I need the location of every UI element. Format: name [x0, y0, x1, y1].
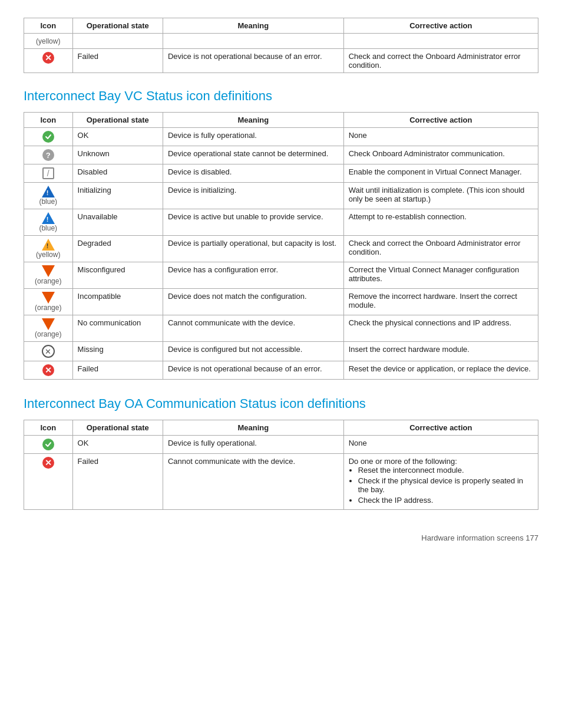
nocomm-orange-icon: (orange): [35, 318, 61, 338]
failed-icon: ✕: [42, 52, 54, 64]
oa-section-heading: Interconnect Bay OA Communication Status…: [24, 396, 538, 411]
table-row: / Disabled Device is disabled. Enable th…: [24, 164, 538, 183]
incompat-orange-icon: (orange): [35, 292, 61, 312]
blue-label: (blue): [39, 224, 57, 232]
icon-cell: [24, 436, 73, 454]
bullet-list: Reset the interconnect module.Check if t…: [349, 466, 533, 505]
vc-col-corrective: Corrective action: [343, 113, 538, 128]
op-state-cell: OK: [72, 128, 163, 146]
col-meaning: Meaning: [163, 18, 343, 34]
icon-cell: ✕: [24, 361, 73, 380]
meaning-cell: Cannot communicate with the device.: [163, 454, 343, 510]
corrective-cell: Do one or more of the following:Reset th…: [343, 454, 538, 510]
yellow-label: (yellow): [36, 251, 60, 259]
icon-cell: ! (blue): [24, 209, 73, 236]
meaning-cell: Device is fully operational.: [163, 128, 343, 146]
corrective-cell: [343, 34, 538, 49]
table-row: ✕ Failed Device is not operational becau…: [24, 361, 538, 380]
orange-label: (orange): [35, 304, 61, 312]
meaning-cell: Device is disabled.: [163, 164, 343, 183]
top-table: Icon Operational state Meaning Correctiv…: [24, 18, 538, 73]
yellow-label: (yellow): [36, 37, 60, 45]
vc-table: Icon Operational state Meaning Correctiv…: [24, 112, 538, 380]
table-row: (orange) No communication Cannot communi…: [24, 315, 538, 342]
oa-col-corrective: Corrective action: [343, 420, 538, 436]
op-state-cell: Misconfigured: [72, 262, 163, 289]
op-state-cell: OK: [72, 436, 163, 454]
op-state-cell: Failed: [72, 49, 163, 73]
op-state-cell: Unavailable: [72, 209, 163, 236]
table-row: ! (blue) Initializing Device is initiali…: [24, 183, 538, 209]
unknown-icon: ?: [42, 149, 54, 161]
op-state-cell: Missing: [72, 342, 163, 361]
col-op-state: Operational state: [72, 18, 163, 34]
corrective-cell: Check the physical connections and IP ad…: [343, 315, 538, 342]
icon-cell: [24, 128, 73, 146]
meaning-cell: Cannot communicate with the device.: [163, 315, 343, 342]
table-row: (yellow): [24, 34, 538, 49]
table-row: ✕ Failed Cannot communicate with the dev…: [24, 454, 538, 510]
op-state-cell: No communication: [72, 315, 163, 342]
corrective-cell: Check and correct the Onboard Administra…: [343, 49, 538, 73]
corrective-text: None: [349, 439, 367, 447]
page-footer: Hardware information screens 177: [24, 533, 538, 542]
failed-icon: ✕: [42, 457, 54, 469]
icon-cell: ! (blue): [24, 183, 73, 209]
corrective-cell: Check Onboard Administrator communicatio…: [343, 146, 538, 164]
list-item: Check if the physical device is properly…: [358, 476, 533, 494]
icon-cell: ✕: [24, 454, 73, 510]
meaning-cell: Device is not operational because of an …: [163, 361, 343, 380]
corrective-cell: Attempt to re-establish connection.: [343, 209, 538, 236]
misconfig-orange-icon: (orange): [35, 265, 61, 285]
meaning-cell: Device is configured but not accessible.: [163, 342, 343, 361]
corrective-cell: Check and correct the Onboard Administra…: [343, 236, 538, 262]
table-row: OK Device is fully operational. None: [24, 128, 538, 146]
op-state-cell: Disabled: [72, 164, 163, 183]
corrective-cell: Insert the correct hardware module.: [343, 342, 538, 361]
oa-col-op-state: Operational state: [72, 420, 163, 436]
icon-cell: (yellow): [24, 34, 73, 49]
table-row: ? Unknown Device operational state canno…: [24, 146, 538, 164]
disabled-icon: /: [42, 167, 54, 179]
icon-cell: (orange): [24, 315, 73, 342]
col-icon: Icon: [24, 18, 73, 34]
icon-cell: ✕: [24, 342, 73, 361]
meaning-cell: Device is partially operational, but cap…: [163, 236, 343, 262]
oa-col-icon: Icon: [24, 420, 73, 436]
icon-cell: ?: [24, 146, 73, 164]
corrective-text: Do one or more of the following:: [349, 457, 457, 466]
op-state-cell: [72, 34, 163, 49]
missing-icon: ✕: [42, 345, 55, 358]
corrective-cell: Reset the device or application, or repl…: [343, 361, 538, 380]
meaning-cell: Device is initializing.: [163, 183, 343, 209]
corrective-cell: Wait until initialization is complete. (…: [343, 183, 538, 209]
meaning-cell: Device has a configuration error.: [163, 262, 343, 289]
icon-cell: (orange): [24, 289, 73, 315]
op-state-cell: Failed: [72, 454, 163, 510]
oa-col-meaning: Meaning: [163, 420, 343, 436]
op-state-cell: Failed: [72, 361, 163, 380]
oa-table: Icon Operational state Meaning Correctiv…: [24, 420, 538, 510]
meaning-cell: [163, 34, 343, 49]
icon-cell: /: [24, 164, 73, 183]
unavail-blue-icon: ! (blue): [39, 212, 57, 232]
corrective-cell: Remove the incorrect hardware. Insert th…: [343, 289, 538, 315]
failed-icon: ✕: [42, 364, 54, 376]
table-row: ✕ Missing Device is configured but not a…: [24, 342, 538, 361]
vc-col-icon: Icon: [24, 113, 73, 128]
op-state-cell: Degraded: [72, 236, 163, 262]
ok-icon: [42, 439, 54, 450]
degraded-yellow-icon: ! (yellow): [36, 239, 60, 259]
col-corrective: Corrective action: [343, 18, 538, 34]
orange-label: (orange): [35, 277, 61, 285]
footer-text: Hardware information screens 177: [421, 533, 538, 542]
vc-col-op-state: Operational state: [72, 113, 163, 128]
op-state-cell: Incompatible: [72, 289, 163, 315]
orange-label: (orange): [35, 330, 61, 338]
ok-icon: [42, 131, 54, 143]
corrective-cell: Correct the Virtual Connect Manager conf…: [343, 262, 538, 289]
corrective-cell: None: [343, 128, 538, 146]
op-state-cell: Initializing: [72, 183, 163, 209]
table-row: ! (blue) Unavailable Device is active bu…: [24, 209, 538, 236]
init-blue-icon: ! (blue): [39, 186, 57, 206]
